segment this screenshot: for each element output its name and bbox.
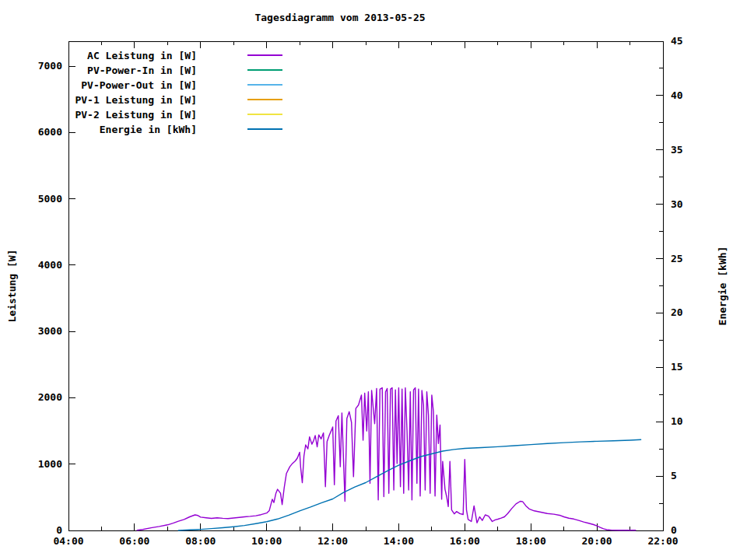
x-axis-tick-label: 22:00 — [647, 535, 678, 547]
y-right-tick-label: 30 — [671, 198, 683, 210]
plot-border — [68, 41, 663, 530]
y-right-tick-label: 20 — [671, 306, 683, 318]
y-right-tick-label: 25 — [671, 253, 683, 264]
x-axis-tick-label: 18:00 — [516, 535, 546, 547]
y-left-tick-label: 6000 — [38, 126, 62, 138]
y-right-tick-label: 40 — [671, 89, 683, 101]
y-right-tick-label: 15 — [671, 361, 683, 373]
x-axis-tick-label: 20:00 — [582, 535, 612, 547]
x-axis-tick-label: 08:00 — [185, 535, 216, 547]
y-left-tick-label: 0 — [56, 524, 62, 536]
y-left-tick-label: 4000 — [38, 259, 62, 271]
y-left-tick-label: 1000 — [38, 458, 62, 470]
chart-canvas: Tagesdiagramm vom 2013-05-25 Leistung [W… — [0, 0, 747, 560]
y-left-tick-label: 2000 — [38, 391, 62, 403]
y-left-tick-label: 3000 — [38, 325, 62, 337]
y-right-tick-label: 35 — [671, 144, 683, 156]
y-right-tick-label: 0 — [671, 524, 677, 536]
y-left-tick-label: 7000 — [38, 60, 62, 72]
y-left-tick-label: 5000 — [38, 193, 62, 205]
series-line-ac-leistung-in-w — [137, 388, 636, 530]
y-right-tick-label: 45 — [671, 35, 683, 47]
plot-area: 04:0006:0008:0010:0012:0014:0016:0018:00… — [0, 0, 747, 560]
x-axis-tick-label: 16:00 — [450, 535, 480, 547]
x-axis-tick-label: 12:00 — [317, 535, 348, 547]
x-axis-tick-label: 06:00 — [119, 535, 149, 547]
x-axis-tick-label: 10:00 — [251, 535, 282, 547]
x-axis-tick-label: 14:00 — [384, 535, 414, 547]
y-right-tick-label: 5 — [671, 470, 677, 481]
y-right-tick-label: 10 — [671, 415, 683, 427]
x-axis-tick-label: 04:00 — [53, 535, 83, 547]
